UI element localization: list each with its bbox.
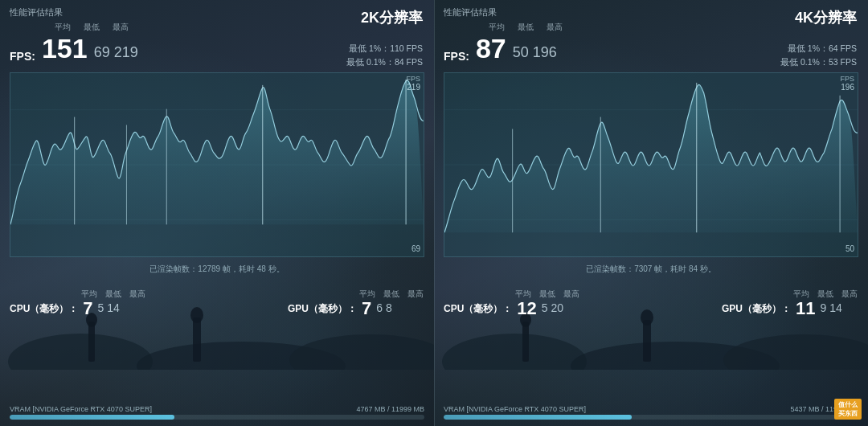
gpu-col-headers-4k: 平均 最低 最高: [722, 289, 858, 300]
vram-bar-bg-2k: [10, 415, 424, 420]
chart-bottom-text-4k: 已渲染帧数：7307 帧，耗时 84 秒。: [434, 264, 868, 275]
fps-1pct-4k: 最低 1%：64 FPS: [780, 42, 857, 55]
fps-avg-4k: 87: [476, 35, 506, 62]
cpu-max-header-2k: 最高: [129, 289, 146, 300]
cpu-col-headers-2k: 平均 最低 最高: [10, 289, 146, 300]
metrics-row-2k: 平均 最低 最高 CPU（毫秒）： 7 5 14 平均 最低: [10, 289, 424, 317]
panel-4k: 性能评估结果 4K分辨率 平均 最低 最高 FPS: 87 50 196 最低 …: [434, 0, 868, 426]
gpu-max-header-2k: 最高: [407, 289, 424, 300]
max-header-4k: 最高: [543, 22, 566, 33]
cpu-value-row-4k: CPU（毫秒）： 12 5 20: [444, 300, 580, 317]
cpu-min-header-2k: 最低: [104, 289, 122, 300]
gpu-avg-val-4k: 11: [796, 300, 815, 317]
cpu-minmax-2k: 5 14: [98, 301, 120, 316]
fps-minmax-4k: 50 196: [513, 45, 557, 62]
vram-device-2k: VRAM [NVIDIA GeForce RTX 4070 SUPER]: [10, 405, 152, 413]
cpu-avg-val-2k: 7: [83, 300, 92, 317]
gpu-min-header-2k: 最低: [383, 289, 400, 300]
vram-section-4k: VRAM [NVIDIA GeForce RTX 4070 SUPER] 543…: [444, 405, 858, 420]
avg-header-4k: 平均: [485, 22, 508, 33]
panel-content-2k: 性能评估结果 2K分辨率 平均 最低 最高 FPS: 151 69 219 最低…: [0, 0, 434, 426]
vram-bar-bg-4k: [444, 415, 858, 420]
cpu-max-header-4k: 最高: [563, 289, 580, 300]
vram-bar-fill-2k: [10, 415, 174, 420]
min-header-4k: 最低: [514, 22, 537, 33]
cpu-block-4k: 平均 最低 最高 CPU（毫秒）： 12 5 20: [444, 289, 580, 317]
vram-bar-fill-4k: [444, 415, 632, 420]
chart-min-2k: 69: [411, 244, 420, 253]
chart-fps-header-2k: FPS 219: [406, 75, 420, 92]
cpu-block-2k: 平均 最低 最高 CPU（毫秒）： 7 5 14: [10, 289, 146, 317]
panel-2k: 性能评估结果 2K分辨率 平均 最低 最高 FPS: 151 69 219 最低…: [0, 0, 434, 426]
gpu-value-row-4k: GPU（毫秒）： 11 9 14: [722, 300, 858, 317]
chart-svg-4k: [444, 73, 858, 256]
resolution-label-4k: 4K分辨率: [795, 8, 857, 27]
vram-usage-2k: 4767 MB / 11999 MB: [356, 405, 424, 413]
gpu-minmax-2k: 6 8: [376, 301, 391, 316]
resolution-label-2k: 2K分辨率: [361, 8, 423, 27]
max-header-2k: 最高: [109, 22, 132, 33]
gpu-label-4k: GPU（毫秒）：: [722, 302, 791, 316]
vram-section-2k: VRAM [NVIDIA GeForce RTX 4070 SUPER] 476…: [10, 405, 424, 420]
cpu-avg-val-4k: 12: [517, 300, 536, 317]
panel-divider: [434, 0, 435, 426]
fps-label-2k: FPS:: [10, 51, 35, 62]
gpu-min-header-4k: 最低: [817, 289, 834, 300]
gpu-block-2k: 平均 最低 最高 GPU（毫秒）： 7 6 8: [288, 289, 424, 317]
cpu-label-2k: CPU（毫秒）：: [10, 302, 78, 316]
cpu-col-headers-4k: 平均 最低 最高: [444, 289, 580, 300]
gpu-max-header-4k: 最高: [841, 289, 858, 300]
fps-right-stats-2k: 最低 1%：110 FPS 最低 0.1%：84 FPS: [346, 42, 423, 69]
chart-container-2k: FPS 219 69: [10, 72, 424, 257]
fps-right-stats-4k: 最低 1%：64 FPS 最低 0.1%：53 FPS: [780, 42, 857, 69]
gpu-avg-val-2k: 7: [362, 300, 371, 317]
gpu-block-4k: 平均 最低 最高 GPU（毫秒）： 11 9 14: [722, 289, 858, 317]
vram-label-row-2k: VRAM [NVIDIA GeForce RTX 4070 SUPER] 476…: [10, 405, 424, 413]
cpu-min-header-4k: 最低: [538, 289, 556, 300]
fps-label-4k: FPS:: [444, 51, 469, 62]
fps-avg-2k: 151: [42, 35, 88, 62]
min-header-2k: 最低: [80, 22, 103, 33]
watermark: 值什么 买东西: [834, 399, 862, 420]
vram-label-row-4k: VRAM [NVIDIA GeForce RTX 4070 SUPER] 543…: [444, 405, 858, 413]
gpu-col-headers-2k: 平均 最低 最高: [288, 289, 424, 300]
fps-minmax-2k: 69 219: [94, 45, 138, 62]
metrics-row-4k: 平均 最低 最高 CPU（毫秒）： 12 5 20 平均 最低 最高: [444, 289, 858, 317]
cpu-minmax-4k: 5 20: [542, 301, 563, 316]
panel-content-4k: 性能评估结果 4K分辨率 平均 最低 最高 FPS: 87 50 196 最低 …: [434, 0, 868, 426]
gpu-minmax-4k: 9 14: [821, 301, 842, 316]
cpu-label-4k: CPU（毫秒）：: [444, 302, 512, 316]
gpu-label-2k: GPU（毫秒）：: [288, 302, 357, 316]
chart-svg-2k: [10, 73, 424, 256]
chart-container-4k: FPS 196 50: [444, 72, 858, 257]
chart-bottom-text-2k: 已渲染帧数：12789 帧，耗时 48 秒。: [0, 264, 434, 275]
chart-min-4k: 50: [845, 244, 854, 253]
fps-01pct-4k: 最低 0.1%：53 FPS: [780, 55, 857, 69]
gpu-value-row-2k: GPU（毫秒）： 7 6 8: [288, 300, 424, 317]
fps-1pct-2k: 最低 1%：110 FPS: [346, 42, 423, 55]
chart-fps-header-4k: FPS 196: [840, 75, 854, 92]
fps-01pct-2k: 最低 0.1%：84 FPS: [346, 55, 423, 69]
avg-header-2k: 平均: [51, 22, 74, 33]
cpu-value-row-2k: CPU（毫秒）： 7 5 14: [10, 300, 146, 317]
vram-device-4k: VRAM [NVIDIA GeForce RTX 4070 SUPER]: [444, 405, 586, 413]
